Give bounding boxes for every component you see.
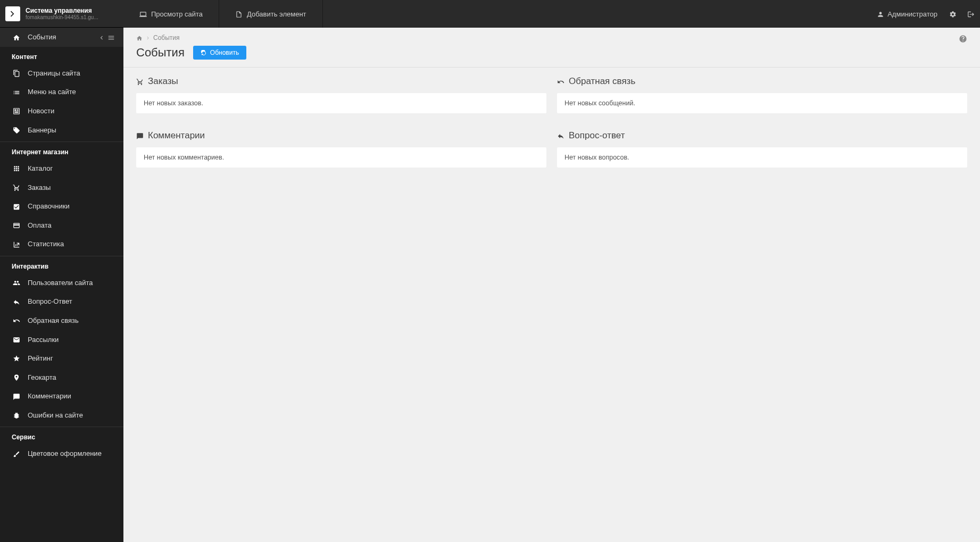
breadcrumb-sep: › — [147, 34, 149, 41]
user-icon — [877, 10, 884, 18]
sidebar-item-label: Статистика — [28, 240, 64, 248]
sidebar-item[interactable]: Обратная связь — [0, 311, 123, 330]
sidebar-section-title: Контент — [0, 47, 123, 64]
sidebar-item-label: Цветовое оформление — [28, 449, 102, 457]
panel-comments-title: Комментарии — [148, 130, 205, 141]
breadcrumb-current: События — [153, 34, 180, 41]
settings-button[interactable] — [944, 0, 962, 28]
sidebar-section-title: Сервис — [0, 427, 123, 444]
brand-logo-icon — [5, 6, 20, 21]
sidebar-item-label: Рассылки — [28, 336, 59, 344]
panel-qa-body: Нет новых вопросов. — [557, 147, 967, 168]
sidebar-item[interactable]: Статистика — [0, 235, 123, 254]
add-element-label: Добавить элемент — [247, 10, 306, 18]
refresh-icon — [201, 49, 207, 56]
grid-icon — [12, 164, 21, 173]
view-site-label: Просмотр сайта — [151, 10, 203, 18]
tag-icon — [12, 126, 21, 134]
cart-icon — [12, 183, 21, 191]
undo-icon — [557, 77, 564, 86]
refresh-button[interactable]: Обновить — [193, 46, 246, 60]
sidebar-item[interactable]: Новости — [0, 102, 123, 121]
gear-icon — [949, 10, 957, 18]
comment-icon — [12, 392, 21, 401]
sidebar-item[interactable]: Комментарии — [0, 387, 123, 406]
cart-icon — [136, 77, 144, 86]
star-icon — [12, 354, 21, 363]
panel-feedback-title: Обратная связь — [569, 76, 635, 87]
breadcrumb: › События — [123, 28, 980, 44]
undo-icon — [12, 316, 21, 325]
logout-icon — [967, 10, 975, 18]
sidebar-item-label: Пользователи сайта — [28, 279, 93, 287]
sidebar-item[interactable]: Ошибки на сайте — [0, 406, 123, 425]
sidebar-item-label: Вопрос-Ответ — [28, 297, 72, 305]
logout-button[interactable] — [962, 0, 980, 28]
users-icon — [12, 279, 21, 287]
sidebar-item[interactable]: Меню на сайте — [0, 82, 123, 102]
refresh-label: Обновить — [210, 49, 239, 56]
sidebar-item-label: Меню на сайте — [28, 88, 76, 96]
sidebar-item[interactable]: Геокарта — [0, 368, 123, 387]
reply-icon — [557, 131, 564, 140]
user-label: Администратор — [887, 10, 937, 18]
sidebar-item[interactable]: Рассылки — [0, 330, 123, 349]
sidebar-item[interactable]: Вопрос-Ответ — [0, 292, 123, 311]
sidebar-item-label: Обратная связь — [28, 316, 79, 324]
sidebar-section-title: Интерактив — [0, 256, 123, 273]
sidebar-item-label: Заказы — [28, 184, 51, 191]
home-icon — [12, 33, 21, 41]
sidebar-item[interactable]: Пользователи сайта — [0, 273, 123, 293]
sidebar-item-label: Каталог — [28, 164, 53, 172]
panel-feedback: Обратная связь Нет новых сообщений. — [557, 72, 967, 113]
breadcrumb-home-icon[interactable] — [136, 34, 143, 41]
panel-qa-title: Вопрос-ответ — [569, 130, 625, 141]
sidebar-item-events[interactable]: События — [0, 28, 123, 47]
sidebar: Система управления fomakamushkin-94455.s… — [0, 0, 123, 542]
sidebar-item-label: Ошибки на сайте — [28, 411, 83, 419]
sidebar-item[interactable]: Заказы — [0, 178, 123, 197]
chart-icon — [12, 240, 21, 248]
sidebar-section-title: Интернет магазин — [0, 141, 123, 159]
sidebar-item[interactable]: Баннеры — [0, 120, 123, 139]
sidebar-item[interactable]: Каталог — [0, 159, 123, 178]
check-icon — [12, 202, 21, 211]
reply-icon — [12, 297, 21, 306]
news-icon — [12, 107, 21, 115]
sidebar-item[interactable]: Цветовое оформление — [0, 444, 123, 463]
brush-icon — [12, 449, 21, 458]
topbar: Просмотр сайта Добавить элемент Админист… — [123, 0, 980, 28]
help-button[interactable] — [959, 34, 967, 43]
sidebar-item-label: Геокарта — [28, 373, 56, 381]
sidebar-item-label: События — [28, 33, 56, 41]
sidebar-item-label: Справочники — [28, 202, 70, 210]
sidebar-item[interactable]: Оплата — [0, 216, 123, 235]
sidebar-item-label: Оплата — [28, 221, 52, 229]
collapse-icon[interactable] — [98, 33, 105, 41]
list-icon — [12, 88, 21, 96]
brand[interactable]: Система управления fomakamushkin-94455.s… — [0, 0, 123, 28]
sidebar-item[interactable]: Справочники — [0, 197, 123, 216]
panel-orders-body: Нет новых заказов. — [136, 93, 546, 113]
user-menu[interactable]: Администратор — [870, 0, 944, 28]
add-element-button[interactable]: Добавить элемент — [219, 0, 323, 28]
panel-qa: Вопрос-ответ Нет новых вопросов. — [557, 126, 967, 168]
panel-comments: Комментарии Нет новых комментариев. — [136, 126, 546, 168]
page-title: События — [136, 46, 185, 60]
pin-icon — [12, 373, 21, 381]
mail-icon — [12, 335, 21, 344]
panel-feedback-body: Нет новых сообщений. — [557, 93, 967, 113]
sidebar-item-label: Страницы сайта — [28, 69, 80, 77]
content: › События События Обновить Заказы — [123, 28, 980, 542]
sidebar-item[interactable]: Рейтинг — [0, 349, 123, 368]
panel-orders-title: Заказы — [148, 76, 178, 87]
main: Просмотр сайта Добавить элемент Админист… — [123, 0, 980, 542]
menu-icon[interactable] — [107, 33, 115, 41]
comment-icon — [136, 131, 144, 140]
sidebar-item-label: Рейтинг — [28, 354, 53, 362]
view-site-button[interactable]: Просмотр сайта — [123, 0, 219, 28]
file-icon — [235, 10, 243, 18]
copy-icon — [12, 69, 21, 78]
sidebar-item[interactable]: Страницы сайта — [0, 64, 123, 83]
brand-title: Система управления — [26, 7, 98, 14]
